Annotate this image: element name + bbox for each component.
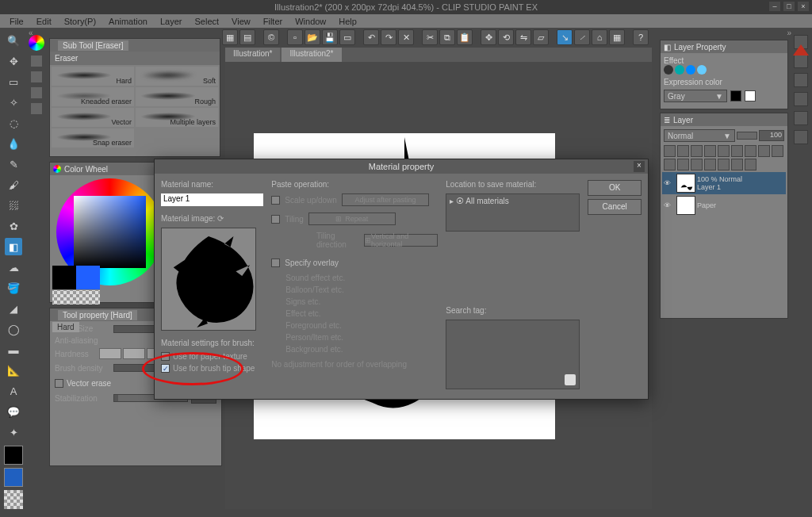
grid-icon[interactable]: ▦ xyxy=(222,29,238,45)
brush-rough[interactable]: Rough xyxy=(136,87,218,106)
menu-filter[interactable]: Filter xyxy=(257,15,289,28)
blendmode-dropdown[interactable]: Normal▼ xyxy=(664,129,735,142)
layer-row-layer1[interactable]: 👁 100 % Normal Layer 1 xyxy=(662,172,786,194)
frame-icon[interactable]: ▬ xyxy=(5,341,22,358)
overlay-checkbox[interactable] xyxy=(271,258,280,267)
location-tree[interactable]: ▸ ⦿ All materials xyxy=(446,193,580,232)
materialname-input[interactable]: Layer 1 xyxy=(161,193,263,206)
doc-tab-2[interactable]: Illustration2* xyxy=(282,48,341,62)
transparent-indicator[interactable] xyxy=(52,290,100,304)
swirl-icon[interactable]: © xyxy=(263,29,279,45)
rotate-icon[interactable]: ⟲ xyxy=(498,29,514,45)
layer-action-icon[interactable] xyxy=(691,159,703,170)
qa-icon[interactable] xyxy=(31,71,42,82)
menu-animation[interactable]: Animation xyxy=(102,15,154,28)
use-paper-checkbox[interactable] xyxy=(161,352,170,361)
menu-story[interactable]: Story(P) xyxy=(58,15,102,28)
scale-checkbox[interactable] xyxy=(271,196,280,205)
cancel-button[interactable]: Cancel xyxy=(588,199,642,215)
pen-icon[interactable]: ✎ xyxy=(5,155,22,173)
opacity-value[interactable]: 100 xyxy=(759,130,784,141)
menu-help[interactable]: Help xyxy=(332,15,363,28)
brush-icon[interactable]: 🖌 xyxy=(5,176,22,193)
figure-icon[interactable]: ◯ xyxy=(5,320,22,338)
sub-color[interactable] xyxy=(76,266,100,289)
brush-hard[interactable]: Hard xyxy=(52,67,134,86)
tiling-checkbox[interactable] xyxy=(271,215,280,224)
flip-icon[interactable]: ⇋ xyxy=(515,29,531,45)
ruler-icon[interactable]: ⟋ xyxy=(574,29,590,45)
dock-icon[interactable] xyxy=(794,54,808,68)
transparent-color[interactable] xyxy=(4,490,23,509)
menu-edit[interactable]: Edit xyxy=(30,15,58,28)
expr-white[interactable] xyxy=(745,90,756,101)
brush-multiple[interactable]: Multiple layers xyxy=(136,108,218,127)
move-tool-icon[interactable]: ✥ xyxy=(5,52,22,70)
opacity-slider[interactable] xyxy=(737,132,757,140)
colorset-icon[interactable] xyxy=(29,35,44,51)
layer-action-icon[interactable] xyxy=(677,159,689,170)
doc-tab-1[interactable]: Illustration* xyxy=(225,48,280,62)
layer-action-icon[interactable] xyxy=(731,145,743,157)
qa-icon[interactable] xyxy=(31,103,42,114)
open-icon[interactable]: 📂 xyxy=(304,29,320,45)
dock-icon[interactable] xyxy=(794,130,808,144)
main-color[interactable] xyxy=(52,266,76,289)
text-icon[interactable]: A xyxy=(5,382,22,400)
layer-row-paper[interactable]: 👁 Paper xyxy=(662,194,786,216)
background-color[interactable] xyxy=(4,468,23,487)
layer-action-icon[interactable] xyxy=(664,145,676,157)
cut-icon[interactable]: ✂ xyxy=(422,29,438,45)
menu-view[interactable]: View xyxy=(225,15,257,28)
qa-icon[interactable] xyxy=(31,87,42,98)
visibility-icon[interactable]: 👁 xyxy=(664,179,675,187)
layer-action-icon[interactable] xyxy=(691,145,703,157)
doc-icon[interactable]: ▭ xyxy=(339,29,355,45)
copy-icon[interactable]: ⧉ xyxy=(439,29,455,45)
transform-icon[interactable]: ▱ xyxy=(533,29,549,45)
menu-select[interactable]: Select xyxy=(189,15,226,28)
layer-action-icon[interactable] xyxy=(664,159,676,170)
repeat-dropdown[interactable]: ⊞Repeat xyxy=(308,213,396,225)
minimize-button[interactable]: – xyxy=(769,2,780,11)
ruler2-icon[interactable]: 📐 xyxy=(5,362,22,379)
brush-snap[interactable]: Snap eraser xyxy=(52,128,134,147)
clear-icon[interactable]: ✕ xyxy=(398,29,414,45)
layer-action-icon[interactable] xyxy=(772,145,783,157)
new-icon[interactable]: ▫ xyxy=(287,29,303,45)
layer-action-icon[interactable] xyxy=(745,159,756,170)
effect-buttons[interactable] xyxy=(664,65,784,75)
expression-dropdown[interactable]: Gray▼ xyxy=(664,90,727,102)
snap-icon[interactable]: ↘ xyxy=(557,29,573,45)
layer-action-icon[interactable] xyxy=(718,145,730,157)
dock-icon[interactable] xyxy=(794,111,808,125)
adjust-dropdown[interactable]: Adjust after pasting xyxy=(342,193,429,206)
layer-action-icon[interactable] xyxy=(718,159,730,170)
layer-action-icon[interactable] xyxy=(758,145,770,157)
menu-layer[interactable]: Layer xyxy=(154,15,189,28)
expr-black[interactable] xyxy=(730,90,741,101)
qa-icon[interactable] xyxy=(31,56,42,67)
layer-action-icon[interactable] xyxy=(677,145,689,157)
airbrush-icon[interactable]: ⛆ xyxy=(5,197,22,214)
magnifier-icon[interactable]: 🔍 xyxy=(5,32,22,49)
grid2-icon[interactable]: ▦ xyxy=(609,29,625,45)
brush-kneaded[interactable]: Kneaded eraser xyxy=(52,87,134,106)
layer-action-icon[interactable] xyxy=(704,145,716,157)
add-tag-icon[interactable] xyxy=(565,374,576,385)
visibility-icon[interactable]: 👁 xyxy=(664,201,675,209)
blend-icon[interactable]: ☁ xyxy=(5,258,22,276)
maximize-button[interactable]: □ xyxy=(783,2,795,11)
layer-action-icon[interactable] xyxy=(745,145,756,157)
menu-file[interactable]: File xyxy=(3,15,30,28)
close-button[interactable]: × xyxy=(798,2,809,11)
dock-icon[interactable] xyxy=(794,92,808,106)
undo-icon[interactable]: ↶ xyxy=(363,29,379,45)
lasso-icon[interactable]: ◌ xyxy=(5,114,22,132)
brush-soft[interactable]: Soft xyxy=(136,67,218,86)
dock-icon[interactable] xyxy=(794,73,808,87)
wand-icon[interactable]: ✧ xyxy=(5,94,22,111)
fill-icon[interactable]: 🪣 xyxy=(5,279,22,297)
save-icon[interactable]: 💾 xyxy=(322,29,338,45)
decoration-icon[interactable]: ✿ xyxy=(5,217,22,235)
